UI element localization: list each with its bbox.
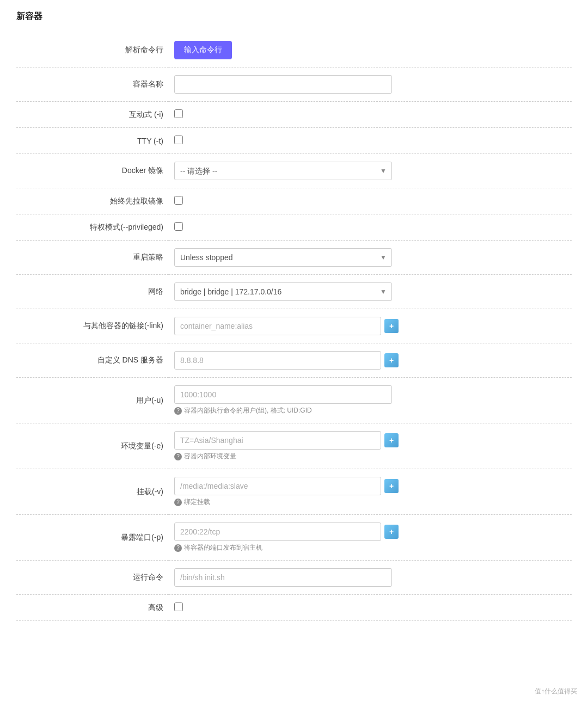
user-help-text: 容器内部执行命令的用户(组), 格式: UID:GID bbox=[184, 406, 312, 415]
container-name-row: 容器名称 bbox=[16, 67, 572, 102]
dns-add-button[interactable] bbox=[384, 353, 399, 367]
form-table: 解析命令行 输入命令行 容器名称 互动式 (-i) TTY (-t) bbox=[16, 33, 572, 621]
env-add-button[interactable] bbox=[384, 433, 399, 447]
ports-label: 暴露端口(-p) bbox=[16, 515, 169, 561]
volumes-help: ? 绑定挂载 bbox=[174, 497, 566, 507]
advanced-label: 高级 bbox=[16, 595, 169, 621]
docker-image-row: Docker 镜像 -- 请选择 -- ▼ bbox=[16, 154, 572, 188]
restart-policy-label: 重启策略 bbox=[16, 241, 169, 275]
links-label: 与其他容器的链接(-link) bbox=[16, 309, 169, 343]
always-pull-checkbox[interactable] bbox=[174, 196, 183, 205]
docker-image-label: Docker 镜像 bbox=[16, 154, 169, 188]
volumes-input[interactable] bbox=[174, 477, 381, 495]
network-select-wrap: bridge | bridge | 172.17.0.0/16 ▼ bbox=[174, 282, 392, 301]
parse-cmd-label: 解析命令行 bbox=[16, 33, 169, 67]
dns-input-wrap bbox=[174, 351, 566, 370]
ports-row: 暴露端口(-p) ? 将容器的端口发布到宿主机 bbox=[16, 515, 572, 561]
network-cell: bridge | bridge | 172.17.0.0/16 ▼ bbox=[169, 275, 572, 309]
links-add-button[interactable] bbox=[384, 319, 399, 333]
help-icon: ? bbox=[174, 407, 182, 415]
advanced-cell bbox=[169, 595, 572, 621]
privileged-checkbox[interactable] bbox=[174, 222, 183, 231]
user-cell: ? 容器内部执行命令的用户(组), 格式: UID:GID bbox=[169, 378, 572, 423]
help-icon: ? bbox=[174, 499, 182, 506]
ports-help-text: 将容器的端口发布到宿主机 bbox=[184, 543, 262, 552]
help-icon: ? bbox=[174, 544, 182, 552]
dns-label: 自定义 DNS 服务器 bbox=[16, 343, 169, 378]
container-name-label: 容器名称 bbox=[16, 67, 169, 102]
volumes-row: 挂载(-v) ? 绑定挂载 bbox=[16, 469, 572, 515]
user-input[interactable] bbox=[174, 385, 392, 404]
ports-cell: ? 将容器的端口发布到宿主机 bbox=[169, 515, 572, 561]
volumes-input-wrap bbox=[174, 477, 566, 495]
interactive-checkbox[interactable] bbox=[174, 109, 183, 118]
dns-input[interactable] bbox=[174, 351, 381, 370]
add-icon bbox=[384, 353, 399, 367]
network-label: 网络 bbox=[16, 275, 169, 309]
env-input-wrap bbox=[174, 431, 566, 450]
ports-input[interactable] bbox=[174, 522, 381, 541]
interactive-label: 互动式 (-i) bbox=[16, 102, 169, 128]
container-name-cell bbox=[169, 67, 572, 102]
user-help: ? 容器内部执行命令的用户(组), 格式: UID:GID bbox=[174, 406, 566, 415]
links-cell bbox=[169, 309, 572, 343]
page-title: 新容器 bbox=[16, 11, 572, 22]
network-row: 网络 bridge | bridge | 172.17.0.0/16 ▼ bbox=[16, 275, 572, 309]
env-row: 环境变量(-e) ? 容器内部环境变量 bbox=[16, 423, 572, 469]
ports-add-button[interactable] bbox=[384, 525, 399, 539]
privileged-cell bbox=[169, 214, 572, 241]
parse-cmd-row: 解析命令行 输入命令行 bbox=[16, 33, 572, 67]
links-input-wrap bbox=[174, 317, 566, 335]
privileged-label: 特权模式(--privileged) bbox=[16, 214, 169, 241]
restart-policy-cell: Unless stopped Always On failure No ▼ bbox=[169, 241, 572, 275]
volumes-label: 挂载(-v) bbox=[16, 469, 169, 515]
restart-policy-row: 重启策略 Unless stopped Always On failure No… bbox=[16, 241, 572, 275]
interactive-cell bbox=[169, 102, 572, 128]
volumes-cell: ? 绑定挂载 bbox=[169, 469, 572, 515]
container-name-input[interactable] bbox=[174, 75, 392, 94]
restart-policy-select-wrap: Unless stopped Always On failure No ▼ bbox=[174, 248, 392, 267]
docker-image-select[interactable]: -- 请选择 -- bbox=[174, 162, 392, 180]
dns-row: 自定义 DNS 服务器 bbox=[16, 343, 572, 378]
env-input[interactable] bbox=[174, 431, 381, 450]
links-row: 与其他容器的链接(-link) bbox=[16, 309, 572, 343]
tty-cell bbox=[169, 128, 572, 154]
command-cell bbox=[169, 561, 572, 595]
dns-cell bbox=[169, 343, 572, 378]
advanced-checkbox[interactable] bbox=[174, 603, 183, 611]
command-label: 运行命令 bbox=[16, 561, 169, 595]
volumes-add-button[interactable] bbox=[384, 479, 399, 493]
links-input[interactable] bbox=[174, 317, 381, 335]
env-cell: ? 容器内部环境变量 bbox=[169, 423, 572, 469]
env-help: ? 容器内部环境变量 bbox=[174, 452, 566, 461]
command-row: 运行命令 bbox=[16, 561, 572, 595]
tty-checkbox[interactable] bbox=[174, 136, 183, 144]
always-pull-label: 始终先拉取镜像 bbox=[16, 188, 169, 214]
parse-cmd-button[interactable]: 输入命令行 bbox=[174, 41, 232, 59]
docker-image-cell: -- 请选择 -- ▼ bbox=[169, 154, 572, 188]
always-pull-cell bbox=[169, 188, 572, 214]
tty-label: TTY (-t) bbox=[16, 128, 169, 154]
add-icon bbox=[384, 525, 399, 539]
always-pull-row: 始终先拉取镜像 bbox=[16, 188, 572, 214]
command-input[interactable] bbox=[174, 568, 392, 587]
ports-input-wrap bbox=[174, 522, 566, 541]
docker-image-select-wrap: -- 请选择 -- ▼ bbox=[174, 162, 392, 180]
ports-help: ? 将容器的端口发布到宿主机 bbox=[174, 543, 566, 552]
advanced-row: 高级 bbox=[16, 595, 572, 621]
help-icon: ? bbox=[174, 453, 182, 460]
user-row: 用户(-u) ? 容器内部执行命令的用户(组), 格式: UID:GID bbox=[16, 378, 572, 423]
user-label: 用户(-u) bbox=[16, 378, 169, 423]
add-icon bbox=[384, 433, 399, 447]
add-icon bbox=[384, 319, 399, 333]
volumes-help-text: 绑定挂载 bbox=[184, 497, 210, 507]
add-icon bbox=[384, 479, 399, 493]
network-select[interactable]: bridge | bridge | 172.17.0.0/16 bbox=[174, 282, 392, 301]
parse-cmd-cell: 输入命令行 bbox=[169, 33, 572, 67]
interactive-row: 互动式 (-i) bbox=[16, 102, 572, 128]
env-label: 环境变量(-e) bbox=[16, 423, 169, 469]
tty-row: TTY (-t) bbox=[16, 128, 572, 154]
privileged-row: 特权模式(--privileged) bbox=[16, 214, 572, 241]
restart-policy-select[interactable]: Unless stopped Always On failure No bbox=[174, 248, 392, 267]
env-help-text: 容器内部环境变量 bbox=[184, 452, 236, 461]
